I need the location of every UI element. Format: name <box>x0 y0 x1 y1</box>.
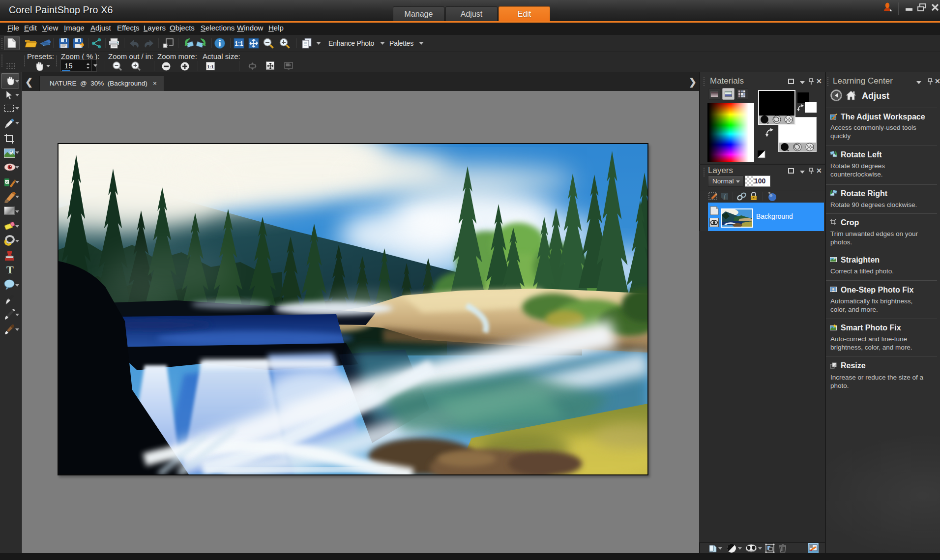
svg-text:1:1: 1:1 <box>207 64 214 69</box>
svg-text:1:1: 1:1 <box>235 40 243 47</box>
